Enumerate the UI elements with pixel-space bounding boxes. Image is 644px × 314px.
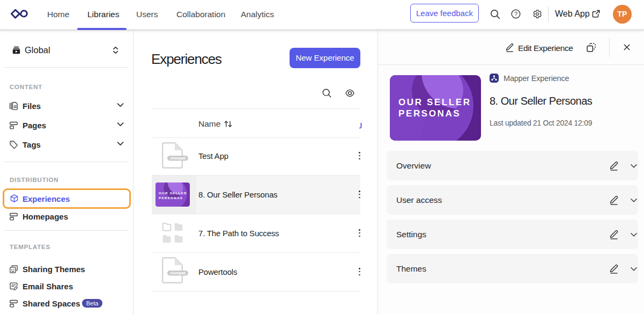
svg-text:?: ? xyxy=(514,11,517,17)
svg-text:.showpad: .showpad xyxy=(169,271,186,275)
svg-text:OUR SELLER: OUR SELLER xyxy=(159,191,187,195)
svg-text:OUR SELLER: OUR SELLER xyxy=(398,97,471,107)
svg-text:PERSONAS: PERSONAS xyxy=(159,196,183,200)
svg-text:.showpad: .showpad xyxy=(169,156,186,160)
svg-text:PERSONAS: PERSONAS xyxy=(398,108,461,119)
